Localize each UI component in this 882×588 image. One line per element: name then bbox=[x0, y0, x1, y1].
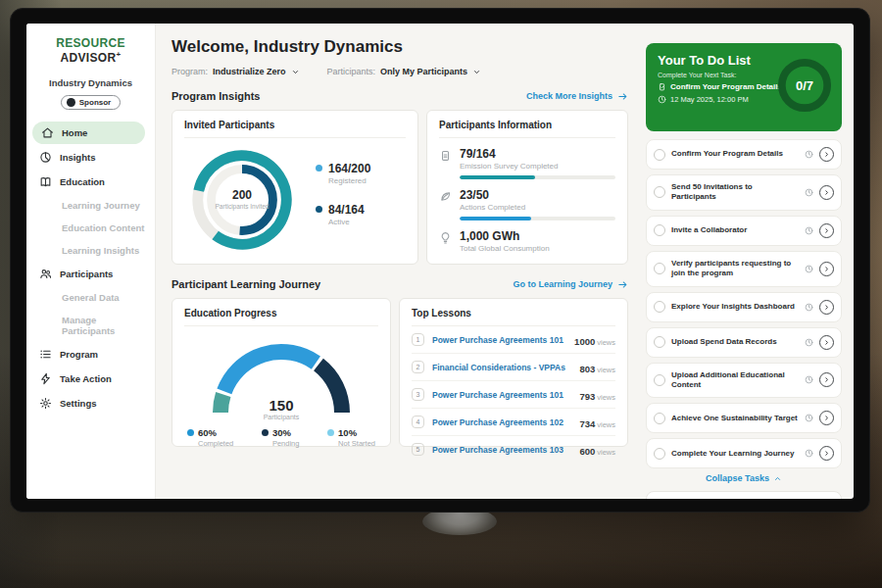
lesson-link[interactable]: Power Purchase Agreements 101 bbox=[432, 335, 566, 345]
task-checkbox[interactable] bbox=[654, 374, 665, 386]
main-content: Welcome, Industry Dynamics Program: Indu… bbox=[156, 24, 640, 499]
sidebar-item-label: Home bbox=[62, 127, 87, 138]
sidebar-item-program[interactable]: Program bbox=[26, 343, 155, 366]
card-title: Participants Information bbox=[439, 120, 615, 138]
top-lessons-card: Top Lessons 1Power Purchase Agreements 1… bbox=[399, 298, 628, 447]
participants-icon bbox=[39, 268, 52, 280]
task-expand-button[interactable] bbox=[819, 411, 834, 425]
sidebar-item-insights[interactable]: Insights bbox=[26, 146, 155, 169]
clock-icon bbox=[805, 188, 813, 197]
sidebar-item-home[interactable]: Home bbox=[32, 122, 145, 144]
legend-dot-icon bbox=[187, 429, 194, 436]
sidebar-menu: HomeInsightsEducationLearning JourneyEdu… bbox=[26, 122, 155, 415]
todo-item: Verify participants requesting to join t… bbox=[646, 251, 842, 287]
stat-progress-bar bbox=[460, 175, 615, 179]
task-expand-button[interactable] bbox=[819, 262, 834, 276]
sidebar-item-take-action[interactable]: Take Action bbox=[26, 368, 155, 390]
task-label: Upload Additional Educational Content bbox=[671, 370, 799, 391]
section-title-program-insights: Program Insights bbox=[172, 90, 260, 102]
task-checkbox[interactable] bbox=[654, 224, 665, 236]
donut-center: 200 Participants Invited bbox=[184, 142, 300, 258]
task-checkbox[interactable] bbox=[654, 448, 665, 460]
task-expand-button[interactable] bbox=[819, 147, 834, 162]
recent-news-card: Recent News bbox=[646, 491, 842, 499]
filters-row: Program: Industrialize Zero Participants… bbox=[172, 67, 628, 76]
task-checkbox[interactable] bbox=[654, 301, 665, 313]
task-expand-button[interactable] bbox=[819, 185, 834, 200]
lesson-link[interactable]: Power Purchase Agreements 103 bbox=[432, 445, 571, 455]
task-checkbox[interactable] bbox=[654, 263, 665, 274]
sponsor-badge-label: Sponsor bbox=[79, 98, 111, 107]
lessons-list: 1Power Purchase Agreements 1011000views2… bbox=[412, 326, 615, 463]
stat-value: 23/50 bbox=[460, 188, 615, 202]
task-label: Complete Your Learning Journey bbox=[671, 449, 799, 459]
clipboard-check-icon bbox=[658, 82, 666, 91]
program-select[interactable]: Program: Industrialize Zero bbox=[172, 67, 300, 76]
todo-progress-count: 0/7 bbox=[776, 57, 833, 114]
education-progress-card: Education Progress 150 Participants 60%C… bbox=[172, 298, 391, 447]
stat-body: 79/164Emission Survey Completed bbox=[460, 147, 615, 179]
participants-select[interactable]: Participants: Only My Participants bbox=[327, 67, 482, 76]
sidebar-item-label: Program bbox=[60, 349, 98, 360]
check-more-insights-link[interactable]: Check More Insights bbox=[526, 91, 628, 102]
task-expand-button[interactable] bbox=[819, 300, 834, 315]
sidebar-item-education[interactable]: Education bbox=[26, 171, 155, 193]
collapse-tasks-link[interactable]: Collapse Tasks bbox=[646, 473, 842, 483]
sidebar-item-learning-insights[interactable]: Learning Insights bbox=[26, 240, 155, 261]
task-expand-button[interactable] bbox=[819, 223, 834, 238]
task-expand-button[interactable] bbox=[819, 372, 834, 387]
stat-value: 1,000 GWh bbox=[460, 229, 615, 243]
legend-value: 60% bbox=[198, 427, 217, 438]
section-title-learning-journey: Participant Learning Journey bbox=[172, 278, 320, 290]
legend-value: 84/164 bbox=[328, 203, 370, 217]
legend-label: Pending bbox=[272, 439, 300, 448]
sidebar-item-participants[interactable]: Participants bbox=[26, 263, 155, 285]
sponsor-icon bbox=[67, 98, 75, 107]
gauge-legend-item: 10%Not Started bbox=[327, 427, 375, 448]
lesson-row: 5Power Purchase Agreements 103600views bbox=[412, 436, 615, 463]
stat-body: 23/50Actions Completed bbox=[460, 188, 615, 220]
settings-icon bbox=[39, 397, 52, 410]
todo-list: Confirm Your Program DetailsSend 50 Invi… bbox=[646, 139, 842, 468]
card-title: Education Progress bbox=[184, 308, 378, 326]
sidebar-item-learning-journey[interactable]: Learning Journey bbox=[26, 195, 155, 216]
todo-item: Invite a Collaborator bbox=[646, 216, 842, 246]
lesson-row: 4Power Purchase Agreements 102734views bbox=[412, 409, 615, 436]
legend-value: 10% bbox=[338, 427, 357, 438]
clock-icon bbox=[805, 303, 813, 312]
task-checkbox[interactable] bbox=[654, 186, 665, 198]
lesson-views: 1000views bbox=[574, 331, 615, 349]
stat-progress-fill bbox=[460, 175, 535, 179]
legend-label: Active bbox=[328, 218, 370, 226]
todo-item: Send 50 Invitations to Participants bbox=[646, 174, 842, 211]
task-expand-button[interactable] bbox=[819, 446, 834, 461]
lesson-rank: 1 bbox=[412, 333, 424, 346]
arrow-right-icon bbox=[617, 91, 628, 102]
todo-item: Confirm Your Program Details bbox=[646, 139, 842, 170]
sidebar-item-general-data[interactable]: General Data bbox=[26, 287, 155, 308]
todo-item: Upload Additional Educational Content bbox=[646, 363, 842, 399]
donut-legend-item: 84/164Active bbox=[316, 203, 370, 226]
lesson-link[interactable]: Power Purchase Agreements 101 bbox=[432, 390, 571, 400]
task-checkbox[interactable] bbox=[654, 413, 665, 424]
legend-dot-icon bbox=[262, 429, 269, 436]
sidebar-item-education-content[interactable]: Education Content bbox=[26, 218, 155, 238]
sponsor-badge[interactable]: Sponsor bbox=[61, 95, 121, 110]
lesson-rank: 4 bbox=[412, 416, 424, 428]
participants-value: Only My Participants bbox=[380, 67, 467, 76]
stat-label: Actions Completed bbox=[460, 203, 615, 212]
participants-information-card: Participants Information 79/164Emission … bbox=[426, 110, 628, 265]
lesson-link[interactable]: Power Purchase Agreements 102 bbox=[432, 417, 571, 427]
task-checkbox[interactable] bbox=[654, 336, 665, 348]
task-label: Send 50 Invitations to Participants bbox=[671, 182, 799, 203]
card-title: Top Lessons bbox=[412, 308, 615, 326]
sidebar-item-settings[interactable]: Settings bbox=[26, 392, 155, 415]
program-insights-header: Program Insights Check More Insights bbox=[172, 90, 628, 102]
sidebar-item-label: Education Content bbox=[62, 222, 144, 233]
task-expand-button[interactable] bbox=[819, 335, 834, 350]
logo-primary: RESOURCE bbox=[56, 36, 124, 50]
lesson-link[interactable]: Financial Considerations - VPPAs bbox=[432, 363, 571, 372]
go-to-learning-journey-link[interactable]: Go to Learning Journey bbox=[513, 279, 628, 290]
task-checkbox[interactable] bbox=[654, 149, 665, 161]
sidebar-item-manage-participants[interactable]: Manage Participants bbox=[26, 310, 155, 341]
